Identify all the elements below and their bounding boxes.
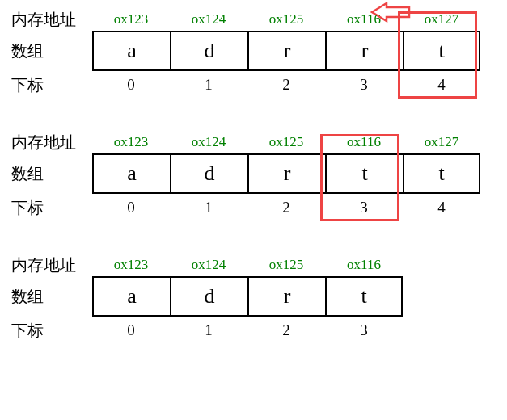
address-cell: ox123 xyxy=(92,257,170,273)
label-address: 内存地址 xyxy=(6,254,92,276)
array-cell: d xyxy=(170,31,247,71)
array-row: a d r r t xyxy=(92,31,480,71)
index-cell: 0 xyxy=(92,321,170,339)
array-cell: r xyxy=(247,153,325,194)
address-cell: ox116 xyxy=(325,134,403,150)
address-cell: ox116 xyxy=(325,257,403,273)
memory-block-1: 内存地址 ox123 ox124 ox125 ox116 ox127 数组 a … xyxy=(6,8,501,99)
address-cell: ox124 xyxy=(170,257,247,273)
array-cell: t xyxy=(325,153,403,194)
address-cell: ox124 xyxy=(170,11,247,27)
index-cell: 2 xyxy=(247,199,325,216)
index-cell: 3 xyxy=(325,199,403,216)
array-cell: a xyxy=(92,276,170,317)
index-cell: 1 xyxy=(170,199,247,216)
address-cell: ox127 xyxy=(403,134,480,150)
label-address: 内存地址 xyxy=(6,9,92,31)
address-cell: ox127 xyxy=(403,11,480,27)
array-cell: r xyxy=(325,31,403,71)
address-cell: ox123 xyxy=(92,134,170,150)
index-row: 0 1 2 3 xyxy=(92,321,403,339)
memory-block-2: 内存地址 ox123 ox124 ox125 ox116 ox127 数组 a … xyxy=(6,131,501,221)
index-row: 0 1 2 3 4 xyxy=(92,76,480,94)
array-cell: d xyxy=(170,276,247,317)
array-cell: r xyxy=(247,276,325,317)
index-cell: 1 xyxy=(170,321,247,339)
address-cell: ox116 xyxy=(325,11,403,27)
array-row: a d r t t xyxy=(92,153,480,194)
array-cell: a xyxy=(92,31,170,71)
address-cell: ox125 xyxy=(247,11,325,27)
array-cell: t xyxy=(403,153,480,194)
memory-block-3: 内存地址 ox123 ox124 ox125 ox116 数组 a d r t … xyxy=(6,254,501,344)
label-array: 数组 xyxy=(6,40,92,62)
address-cell: ox125 xyxy=(247,134,325,150)
array-cell: d xyxy=(170,153,247,194)
address-cell: ox124 xyxy=(170,134,247,150)
label-address: 内存地址 xyxy=(6,132,92,153)
index-cell: 2 xyxy=(247,76,325,94)
label-array: 数组 xyxy=(6,286,92,308)
index-row: 0 1 2 3 4 xyxy=(92,199,480,216)
address-row: ox123 ox124 ox125 ox116 xyxy=(92,257,403,273)
address-row: ox123 ox124 ox125 ox116 ox127 xyxy=(92,11,480,27)
index-cell: 4 xyxy=(403,76,480,94)
label-index: 下标 xyxy=(6,74,92,96)
index-cell: 0 xyxy=(92,76,170,94)
array-cell: a xyxy=(92,153,170,194)
array-cell: t xyxy=(325,276,403,317)
label-array: 数组 xyxy=(6,163,92,185)
index-cell: 0 xyxy=(92,199,170,216)
index-cell: 4 xyxy=(403,199,480,216)
address-cell: ox125 xyxy=(247,257,325,273)
index-cell: 3 xyxy=(325,76,403,94)
index-cell: 3 xyxy=(325,321,403,339)
array-cell: t xyxy=(403,31,480,71)
array-cell: r xyxy=(247,31,325,71)
label-index: 下标 xyxy=(6,197,92,219)
label-index: 下标 xyxy=(6,320,92,342)
address-row: ox123 ox124 ox125 ox116 ox127 xyxy=(92,134,480,150)
address-cell: ox123 xyxy=(92,11,170,27)
array-row: a d r t xyxy=(92,276,403,317)
index-cell: 2 xyxy=(247,321,325,339)
index-cell: 1 xyxy=(170,76,247,94)
